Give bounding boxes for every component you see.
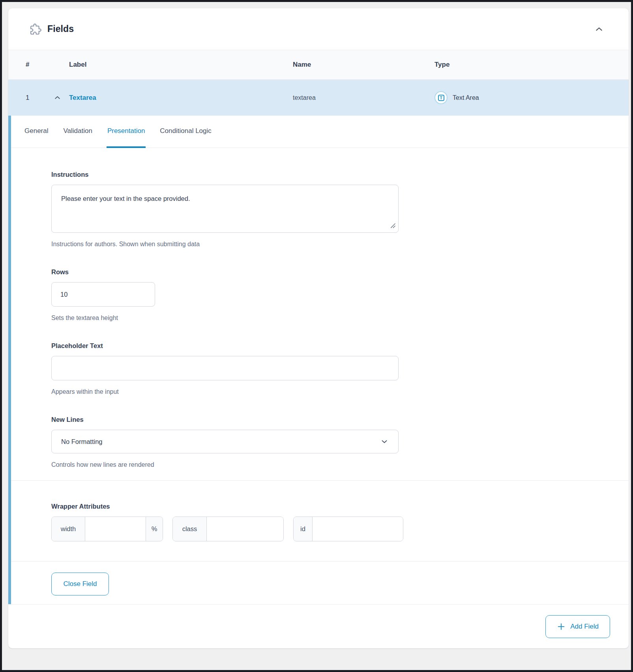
field-name-value: textarea <box>293 94 434 101</box>
rows-label: Rows <box>51 268 629 276</box>
wrapper-width-group: width % <box>51 517 163 541</box>
screen: Fields # Label Name Type 1 Textarea <box>0 0 633 672</box>
field-settings: General Validation Presentation Conditio… <box>8 116 629 604</box>
presentation-settings-section: Instructions Please enter your text in t… <box>11 148 629 480</box>
wrapper-width-prefix: width <box>52 517 85 541</box>
add-field-button-label: Add Field <box>570 623 599 631</box>
column-header-name: Name <box>293 61 434 69</box>
wrapper-attributes-label: Wrapper Attributes <box>51 503 629 510</box>
instructions-textarea-wrap: Please enter your text in the space prov… <box>51 185 399 233</box>
panel-header: Fields <box>8 8 629 50</box>
panel-footer: Add Field <box>8 604 629 648</box>
placeholder-help-text: Appears within the input <box>51 388 629 395</box>
close-field-button[interactable]: Close Field <box>51 573 109 595</box>
chevron-down-icon <box>380 437 389 446</box>
placeholder-label: Placeholder Text <box>51 342 629 350</box>
wrapper-class-input[interactable] <box>207 517 283 541</box>
tab-presentation[interactable]: Presentation <box>107 116 146 148</box>
add-field-button[interactable]: Add Field <box>545 615 610 638</box>
wrapper-width-suffix: % <box>146 517 163 541</box>
wrapper-id-input[interactable] <box>313 517 403 541</box>
tab-validation[interactable]: Validation <box>62 116 93 148</box>
column-header-number: # <box>26 61 52 69</box>
rows-group: Rows Sets the textarea height <box>51 268 629 322</box>
fields-panel: Fields # Label Name Type 1 Textarea <box>8 8 629 648</box>
new-lines-label: New Lines <box>51 416 629 423</box>
new-lines-group: New Lines No Formatting Controls how new… <box>51 416 629 468</box>
new-lines-select[interactable]: No Formatting <box>51 430 399 453</box>
wrapper-attributes-section: Wrapper Attributes width % class id <box>11 480 629 561</box>
settings-tabs: General Validation Presentation Conditio… <box>11 116 629 148</box>
field-label-link[interactable]: Textarea <box>69 94 293 102</box>
instructions-help-text: Instructions for authors. Shown when sub… <box>51 241 629 248</box>
field-collapse-toggle[interactable] <box>52 92 64 103</box>
panel-collapse-button[interactable] <box>592 22 607 37</box>
instructions-label: Instructions <box>51 171 629 178</box>
tab-general[interactable]: General <box>24 116 49 148</box>
table-header-row: # Label Name Type <box>8 50 629 80</box>
wrapper-class-group: class <box>172 517 284 541</box>
chevron-up-icon <box>53 94 62 102</box>
column-header-label: Label <box>69 61 293 69</box>
close-field-section: Close Field <box>11 561 629 604</box>
wrapper-id-prefix: id <box>294 517 313 541</box>
wrapper-class-prefix: class <box>173 517 207 541</box>
instructions-textarea[interactable]: Please enter your text in the space prov… <box>51 185 399 233</box>
wrapper-id-group: id <box>293 517 403 541</box>
field-type-cell: T Text Area <box>434 91 629 104</box>
rows-input[interactable] <box>51 282 155 307</box>
rows-help-text: Sets the textarea height <box>51 314 629 322</box>
chevron-up-icon <box>594 24 604 34</box>
placeholder-group: Placeholder Text Appears within the inpu… <box>51 342 629 395</box>
field-row-number: 1 <box>26 94 52 102</box>
panel-title: Fields <box>47 24 74 34</box>
column-header-type: Type <box>434 61 629 69</box>
text-area-type-icon: T <box>434 91 448 104</box>
plus-icon <box>557 622 566 631</box>
new-lines-help-text: Controls how new lines are rendered <box>51 461 629 468</box>
field-type-label: Text Area <box>453 94 479 101</box>
tab-conditional-logic[interactable]: Conditional Logic <box>159 116 212 148</box>
field-row-textarea[interactable]: 1 Textarea textarea T Text Area <box>8 80 629 116</box>
wrapper-width-input[interactable] <box>85 517 146 541</box>
instructions-group: Instructions Please enter your text in t… <box>51 171 629 248</box>
wrapper-attributes-row: width % class id <box>51 517 629 541</box>
placeholder-input[interactable] <box>51 356 399 380</box>
puzzle-icon <box>30 23 41 35</box>
new-lines-selected-value: No Formatting <box>61 438 103 446</box>
